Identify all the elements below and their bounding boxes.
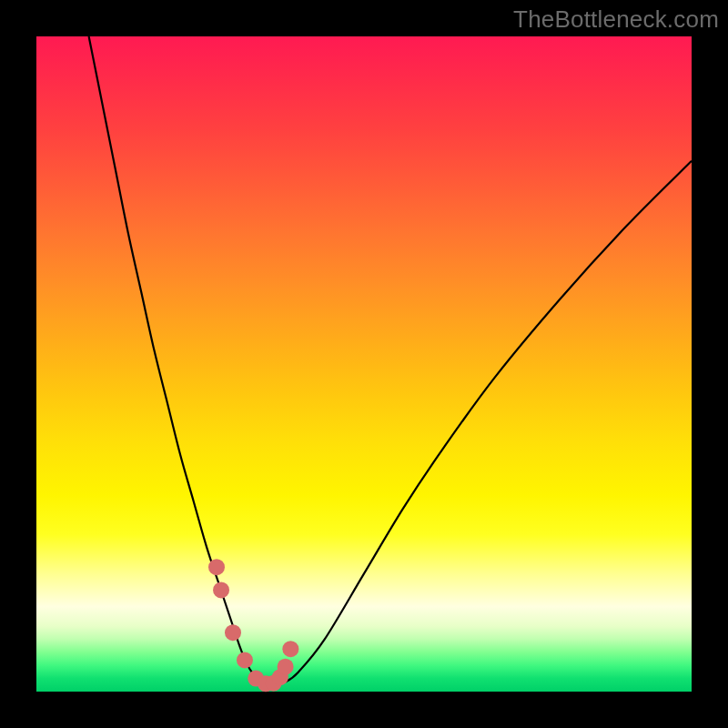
- marker-point: [213, 581, 229, 598]
- marker-point: [225, 624, 241, 641]
- chart-frame: TheBottleneck.com: [0, 0, 728, 728]
- marker-point: [282, 641, 298, 657]
- marker-point: [237, 652, 253, 668]
- marker-point: [208, 559, 225, 575]
- watermark-text: TheBottleneck.com: [513, 5, 719, 34]
- marker-point: [278, 659, 294, 675]
- curve-markers: [208, 559, 298, 692]
- bottleneck-curve: [89, 36, 692, 685]
- curve-svg: [36, 36, 692, 692]
- plot-area: [36, 36, 692, 692]
